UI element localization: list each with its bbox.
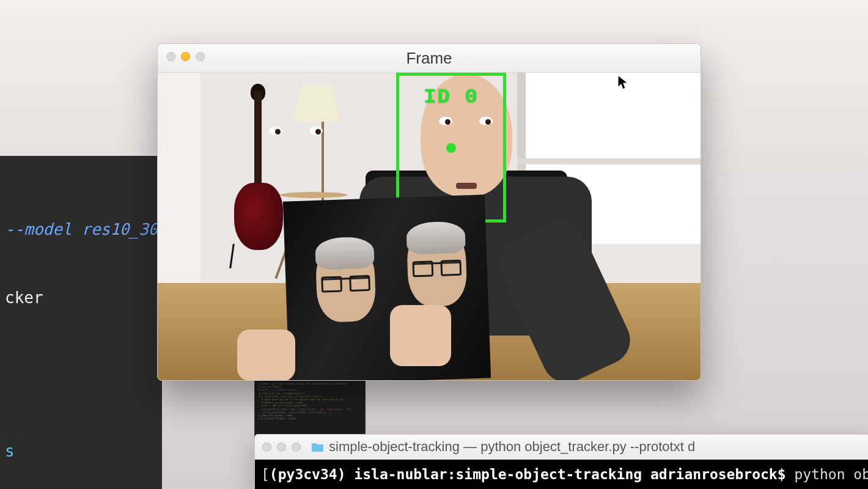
maximize-icon[interactable] (196, 52, 205, 61)
album-cover (283, 194, 491, 381)
terminal-body[interactable]: [(py3cv34) isla-nublar:simple-object-tra… (255, 460, 868, 489)
folder-icon (312, 442, 324, 452)
video-frame: ID 0 ID 2 ID 3 (158, 73, 701, 381)
shell-command: python object (794, 466, 868, 482)
centroid-dot-icon (446, 143, 456, 153)
traffic-lights (166, 52, 205, 61)
traffic-lights (262, 443, 301, 452)
terminal-arg-line: --model res10_300 (0, 217, 162, 243)
shell-prompt: isla-nublar:simple-object-tracking adria… (354, 466, 785, 482)
code-editor-thumbnail: # update our live tracker using the comp… (254, 379, 366, 441)
opencv-window-title: Frame (406, 49, 452, 68)
close-icon[interactable] (262, 443, 271, 452)
minimize-icon[interactable] (181, 52, 190, 61)
opencv-titlebar[interactable]: Frame (158, 44, 701, 73)
terminal-titlebar[interactable]: simple-object-tracking — python object_t… (255, 435, 868, 460)
terminal-window[interactable]: simple-object-tracking — python object_t… (254, 434, 868, 489)
guitar (231, 91, 286, 262)
maximize-icon[interactable] (292, 443, 301, 452)
terminal-path-line: cker (0, 285, 162, 311)
close-icon[interactable] (166, 52, 175, 61)
terminal-status-line: s (0, 439, 162, 465)
terminal-title: simple-object-tracking — python object_t… (329, 439, 695, 455)
detection-label: ID 0 (424, 86, 479, 109)
minimize-icon[interactable] (277, 443, 286, 452)
background-terminal: --model res10_300 cker s (0, 156, 162, 489)
opencv-frame-window[interactable]: Frame (157, 43, 701, 381)
venv-name: (py3cv34) (270, 466, 346, 482)
desktop: --model res10_300 cker s # update our li… (0, 0, 868, 489)
